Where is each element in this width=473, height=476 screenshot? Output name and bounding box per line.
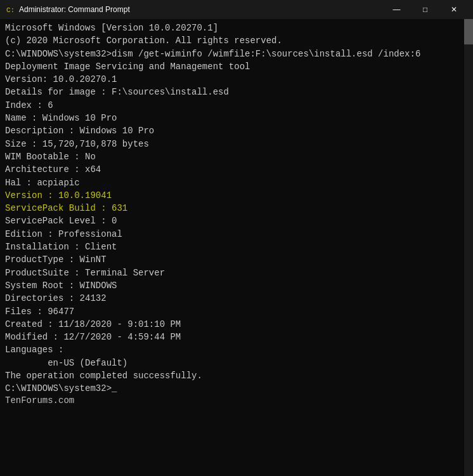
titlebar-left: C: Administrator: Command Prompt [5,4,130,15]
terminal-line: Installation : Client [5,241,468,253]
watermark-text: TenForums.com [5,395,468,406]
terminal-line: ProductSuite : Terminal Server [5,267,468,279]
terminal-line: Version : 10.0.19041 [5,189,468,202]
terminal-line: Edition : Professional [5,228,468,241]
terminal-line: Name : Windows 10 Pro [5,112,468,124]
terminal-line: Modified : 12/7/2020 - 4:59:44 PM [5,331,468,343]
terminal-line: WIM Bootable : No [5,150,468,163]
scrollbar[interactable] [464,19,473,476]
terminal-line: System Root : WINDOWS [5,279,468,292]
terminal-line: C:\WINDOWS\system32>_ [5,382,468,395]
titlebar-controls: — □ ✕ [382,0,468,19]
minimize-button[interactable]: — [382,0,411,19]
terminal-line: ServicePack Level : 0 [5,215,468,227]
terminal-line: Details for image : F:\sources\install.e… [5,86,468,98]
titlebar: C: Administrator: Command Prompt — □ ✕ [0,0,473,19]
terminal-line: C:\WINDOWS\system32>dism /get-wiminfo /w… [5,48,468,60]
terminal-line: Created : 11/18/2020 - 9:01:10 PM [5,318,468,331]
svg-text:C:: C: [6,6,15,14]
terminal-line: Hal : acpiapic [5,176,468,189]
cmd-icon: C: [5,4,15,15]
terminal-line: Languages : [5,343,468,356]
terminal-content: Microsoft Windows [Version 10.0.20270.1]… [5,22,468,395]
terminal-line: Index : 6 [5,99,468,112]
terminal-line: Description : Windows 10 Pro [5,124,468,137]
scrollbar-thumb[interactable] [464,19,473,44]
terminal-line: en-US (Default) [5,357,468,369]
terminal-line: ServicePack Build : 631 [5,202,468,215]
terminal-window: Microsoft Windows [Version 10.0.20270.1]… [0,19,473,476]
terminal-line: Deployment Image Servicing and Managemen… [5,60,468,73]
terminal-line: (c) 2020 Microsoft Corporation. All righ… [5,34,468,47]
terminal-line: The operation completed successfully. [5,369,468,382]
terminal-line: Files : 96477 [5,305,468,318]
terminal-line: Directories : 24132 [5,292,468,305]
terminal-line: Architecture : x64 [5,163,468,176]
terminal-line: ProductType : WinNT [5,253,468,266]
terminal-line: Size : 15,720,710,878 bytes [5,138,468,150]
window-title: Administrator: Command Prompt [19,5,130,14]
maximize-button[interactable]: □ [411,0,439,19]
close-button[interactable]: ✕ [439,0,468,19]
terminal-line: Version: 10.0.20270.1 [5,73,468,86]
terminal-line: Microsoft Windows [Version 10.0.20270.1] [5,22,468,34]
